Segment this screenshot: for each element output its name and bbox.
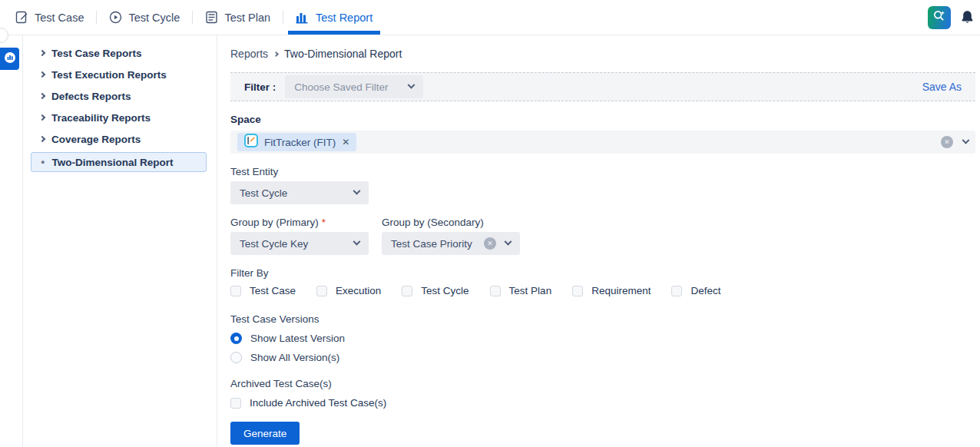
test-plan-icon <box>205 11 218 24</box>
checkbox-icon[interactable] <box>316 286 327 296</box>
sidebar-item-coverage-reports[interactable]: Coverage Reports <box>23 128 217 150</box>
checkbox-icon[interactable] <box>671 286 682 296</box>
required-asterisk: * <box>322 217 326 228</box>
test-entity-select[interactable]: Test Cycle <box>230 181 369 204</box>
test-entity-label: Test Entity <box>230 166 975 177</box>
sidebar-item-traceability-reports[interactable]: Traceability Reports <box>23 107 217 128</box>
filter-by-option-execution[interactable]: Execution <box>316 285 381 296</box>
filter-by-label: Filter By <box>230 267 975 279</box>
project-avatar-icon <box>244 134 258 151</box>
radio-unselected-icon[interactable] <box>230 352 242 363</box>
clear-icon[interactable]: ✕ <box>484 237 496 250</box>
chevron-down-icon <box>353 237 361 245</box>
filter-label: Filter : <box>244 81 276 93</box>
test-report-icon <box>296 12 310 24</box>
sidebar-item-two-dimensional-report[interactable]: ● Two-Dimensional Report <box>31 152 207 172</box>
save-as-link[interactable]: Save As <box>922 81 962 93</box>
radio-selected-icon[interactable] <box>230 333 242 344</box>
group-secondary-col: Group by (Secondary) Test Case Priority … <box>382 204 520 255</box>
group-primary-label-text: Group by (Primary) <box>230 217 319 228</box>
sidebar-item-defects-reports[interactable]: Defects Reports <box>23 85 217 107</box>
group-secondary-label: Group by (Secondary) <box>382 217 520 228</box>
sidebar-item-label: Defects Reports <box>51 91 131 102</box>
reports-sidebar: Test Case Reports Test Execution Reports… <box>23 35 217 447</box>
chip-remove-icon[interactable]: ✕ <box>342 137 349 147</box>
space-chip-label: FitTracker (FIT) <box>264 137 336 148</box>
nav-item-label: Test Cycle <box>128 12 180 24</box>
nav-separator <box>283 11 283 24</box>
saved-filter-bar: Filter : Choose Saved Filter Save As <box>230 72 975 101</box>
test-cycle-icon <box>109 11 122 24</box>
chevron-down-icon <box>505 237 512 245</box>
radio-label: Show All Version(s) <box>250 352 339 363</box>
checkbox-icon[interactable] <box>572 286 583 296</box>
nav-item-test-cycle[interactable]: Test Cycle <box>109 0 180 35</box>
ai-search-icon <box>932 9 946 25</box>
test-case-versions-label: Test Case Versions <box>230 313 975 325</box>
space-chip-fittracker: FitTracker (FIT) ✕ <box>237 133 356 151</box>
sidebar-item-label: Coverage Reports <box>51 134 141 145</box>
space-select-controls: ✕ <box>941 136 968 148</box>
checkbox-icon[interactable] <box>490 286 501 296</box>
content-area: Test Case Reports Test Execution Reports… <box>0 35 980 447</box>
ai-search-button[interactable] <box>928 6 951 29</box>
chevron-right-icon <box>39 71 45 78</box>
test-entity-value: Test Cycle <box>240 187 287 199</box>
breadcrumb-reports-link[interactable]: Reports <box>230 48 268 60</box>
bullet-icon: ● <box>41 159 45 166</box>
notification-bell-icon[interactable] <box>961 10 974 25</box>
checkbox-label: Requirement <box>591 285 651 296</box>
nav-item-test-plan[interactable]: Test Plan <box>205 0 270 35</box>
chevron-right-icon <box>39 50 45 56</box>
space-select[interactable]: FitTracker (FIT) ✕ ✕ <box>230 131 975 154</box>
group-primary-value: Test Cycle Key <box>240 238 308 250</box>
radio-show-all-versions[interactable]: Show All Version(s) <box>230 352 975 363</box>
test-case-icon <box>15 11 28 24</box>
clear-all-icon[interactable]: ✕ <box>941 136 953 148</box>
main-panel: Reports Two-Dimensional Report Filter : … <box>217 35 980 447</box>
filter-by-option-test-plan[interactable]: Test Plan <box>490 285 552 296</box>
generate-button[interactable]: Generate <box>230 422 300 445</box>
checkbox-label: Test Cycle <box>421 285 468 296</box>
nav-item-test-report[interactable]: Test Report <box>296 0 372 35</box>
chevron-down-icon <box>353 187 361 194</box>
left-edge-strip <box>0 35 23 447</box>
chevron-right-icon <box>39 93 45 99</box>
filter-by-option-test-cycle[interactable]: Test Cycle <box>402 285 468 296</box>
checkbox-label: Defect <box>690 285 720 296</box>
reports-panel-toggle-button[interactable] <box>0 48 19 70</box>
nav-separator <box>96 11 97 24</box>
chevron-right-icon <box>39 114 45 121</box>
breadcrumb: Reports Two-Dimensional Report <box>230 48 975 60</box>
checkbox-icon[interactable] <box>230 286 241 296</box>
checkbox-icon[interactable] <box>402 286 412 296</box>
saved-filter-select[interactable]: Choose Saved Filter <box>285 75 423 98</box>
sidebar-item-label: Test Case Reports <box>51 48 142 59</box>
radio-label: Show Latest Version <box>250 333 345 344</box>
chevron-down-icon <box>962 136 970 144</box>
include-archived-checkbox[interactable]: Include Archived Test Case(s) <box>230 397 975 409</box>
filter-by-option-requirement[interactable]: Requirement <box>572 285 651 296</box>
checkbox-label: Execution <box>336 285 381 296</box>
filter-by-option-defect[interactable]: Defect <box>671 285 720 296</box>
group-primary-label: Group by (Primary)* <box>230 217 369 228</box>
filter-by-option-test-case[interactable]: Test Case <box>230 285 296 296</box>
checkbox-icon[interactable] <box>230 398 241 409</box>
group-by-row: Group by (Primary)* Test Cycle Key Group… <box>230 204 975 255</box>
filter-by-options: Test Case Execution Test Cycle Test Plan… <box>230 285 975 296</box>
chart-panel-toggle-icon <box>4 51 16 66</box>
nav-item-test-case[interactable]: Test Case <box>15 0 84 35</box>
nav-item-label: Test Case <box>35 12 84 24</box>
sidebar-item-test-execution-reports[interactable]: Test Execution Reports <box>23 64 217 85</box>
checkbox-label: Include Archived Test Case(s) <box>250 397 386 409</box>
nav-separator <box>192 11 193 24</box>
radio-show-latest-version[interactable]: Show Latest Version <box>230 333 975 344</box>
sidebar-item-test-case-reports[interactable]: Test Case Reports <box>23 42 217 64</box>
group-primary-select[interactable]: Test Cycle Key <box>230 232 369 255</box>
group-secondary-select[interactable]: Test Case Priority ✕ <box>382 232 520 255</box>
top-nav: Test Case Test Cycle Test Plan <box>0 0 980 35</box>
checkbox-label: Test Plan <box>509 285 552 296</box>
chevron-right-icon <box>273 51 279 56</box>
sidebar-item-label: Traceability Reports <box>51 112 151 124</box>
group-secondary-value: Test Case Priority <box>391 238 472 250</box>
